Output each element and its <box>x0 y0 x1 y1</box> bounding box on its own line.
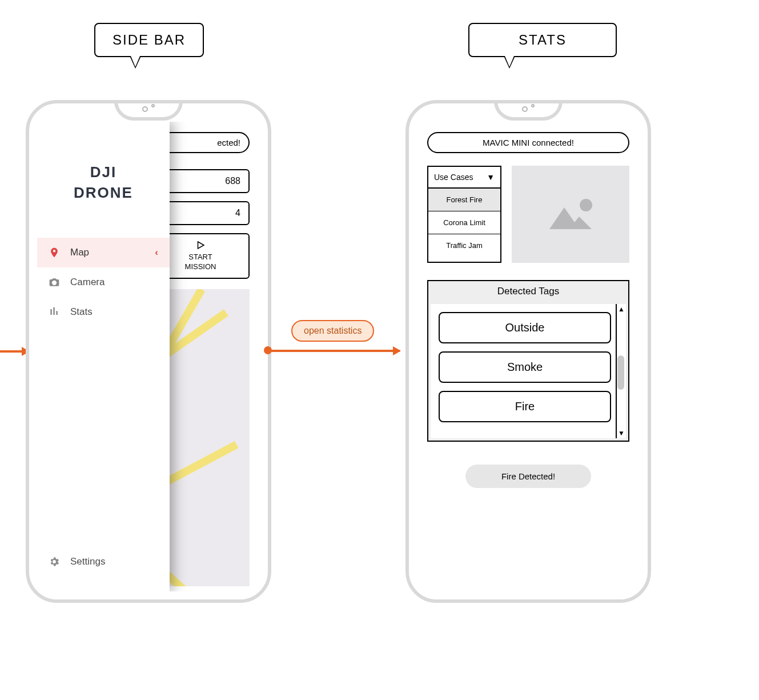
camera-icon <box>49 277 60 288</box>
scroll-down-icon[interactable]: ▼ <box>618 428 625 438</box>
brand-line2: DRONE <box>37 182 170 203</box>
sidebar-label-text: SIDE BAR <box>113 32 186 47</box>
stats-label-bubble: STATS <box>468 23 617 57</box>
detected-tag-label: Outside <box>505 321 545 334</box>
sidebar-item-settings[interactable]: Settings <box>37 547 170 577</box>
detected-tags-panel: Detected Tags Outside Smoke Fire ▲ ▼ <box>427 280 629 442</box>
phone-notch <box>494 101 563 121</box>
usecase-option-traffic-jam[interactable]: Traffic Jam <box>428 234 500 257</box>
sidebar-panel: DJI DRONE Map ‹ Camera Stats Settings <box>37 122 170 591</box>
play-icon <box>195 240 206 250</box>
start-mission-label: START MISSION <box>185 253 216 271</box>
usecase-dropdown-label: Use Cases <box>434 173 473 182</box>
flow-label: open statistics <box>291 320 374 342</box>
image-placeholder <box>512 166 629 263</box>
sidebar-item-label: Map <box>70 247 89 258</box>
connection-status-text: MAVIC MINI connected! <box>483 138 574 147</box>
usecase-option-label: Corona Limit <box>443 218 485 227</box>
scroll-thumb[interactable] <box>617 355 624 390</box>
scrollbar[interactable]: ▲ ▼ <box>616 304 626 438</box>
chevron-left-icon: ‹ <box>155 247 158 258</box>
usecase-dropdown-header[interactable]: Use Cases ▼ <box>428 167 500 189</box>
map-pin-icon <box>49 247 60 258</box>
gear-icon <box>49 556 60 567</box>
phone-sidebar: ected! 688 4 START MISSION <box>26 100 271 603</box>
detected-tag-label: Smoke <box>507 361 543 373</box>
sidebar-item-label: Camera <box>70 277 105 288</box>
usecase-dropdown[interactable]: Use Cases ▼ Forest Fire Corona Limit Tra… <box>427 166 501 263</box>
detected-tag[interactable]: Fire <box>439 391 611 422</box>
brand: DJI DRONE <box>37 162 170 203</box>
connection-status: MAVIC MINI connected! <box>427 132 629 153</box>
bars-icon <box>49 306 60 318</box>
svg-point-0 <box>580 199 592 211</box>
sidebar-item-stats[interactable]: Stats <box>37 297 170 327</box>
chevron-down-icon: ▼ <box>487 173 495 182</box>
stats-label-text: STATS <box>519 32 567 47</box>
detected-tag[interactable]: Smoke <box>439 351 611 383</box>
usecase-option-label: Forest Fire <box>447 195 483 204</box>
scroll-up-icon[interactable]: ▲ <box>618 304 625 314</box>
sidebar-item-label: Stats <box>70 306 93 318</box>
sidebar-label-bubble: SIDE BAR <box>94 23 204 57</box>
flow-arrow <box>268 350 400 352</box>
phone-notch <box>114 101 183 121</box>
brand-line1: DJI <box>37 162 170 182</box>
flow-label-text: open statistics <box>304 326 362 335</box>
detected-tags-title: Detected Tags <box>428 281 628 302</box>
flow-arrow-in <box>0 350 29 353</box>
image-icon <box>545 196 596 233</box>
usecase-option-corona-limit[interactable]: Corona Limit <box>428 211 500 234</box>
detected-tag-label: Fire <box>515 400 535 413</box>
detected-tags-list[interactable]: Outside Smoke Fire ▲ ▼ <box>431 304 626 438</box>
sidebar-item-map[interactable]: Map ‹ <box>37 238 170 267</box>
phone-stats: MAVIC MINI connected! Use Cases ▼ Forest… <box>405 100 651 603</box>
alert-pill: Fire Detected! <box>465 465 591 488</box>
sidebar-item-label: Settings <box>70 556 105 567</box>
usecase-option-label: Traffic Jam <box>446 241 483 250</box>
usecase-option-forest-fire[interactable]: Forest Fire <box>428 189 500 211</box>
detected-tag[interactable]: Outside <box>439 312 611 343</box>
alert-text: Fire Detected! <box>501 471 555 481</box>
sidebar-item-camera[interactable]: Camera <box>37 267 170 297</box>
